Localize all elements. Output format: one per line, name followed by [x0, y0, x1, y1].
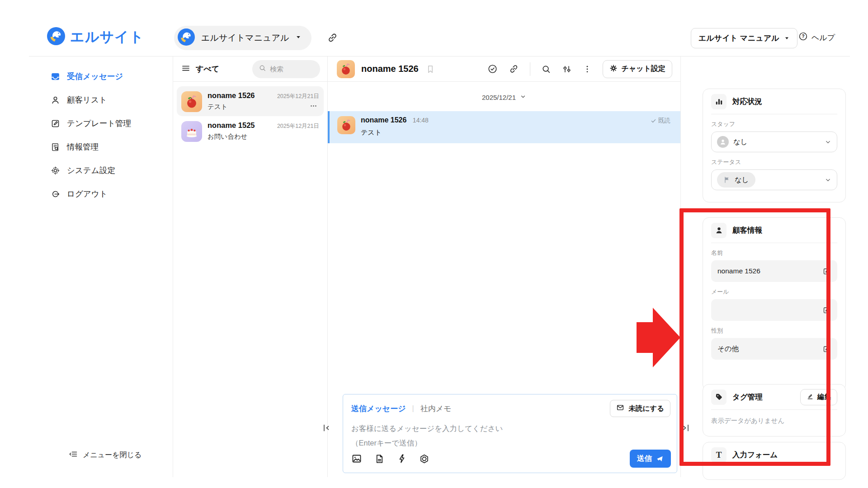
check-icon [651, 118, 656, 124]
send-button[interactable]: 送信 [630, 450, 671, 468]
toolbar-divider [530, 62, 530, 76]
attach-image-icon[interactable] [351, 453, 362, 464]
customer-info-card: 顧客情報 名前 noname 1526 メール 性別 その他 [703, 217, 846, 391]
openai-icon[interactable] [419, 454, 429, 464]
tab-internal-memo[interactable]: 社内メモ [420, 404, 452, 414]
status-value: なし [735, 175, 749, 185]
collapse-right-panel-icon[interactable] [681, 423, 691, 435]
date-divider-label: 2025/12/21 [482, 94, 516, 101]
app-window: エルサイト エルサイトマニュアル エルサイト マニュアル ? ヘルプ 受信 [0, 0, 868, 488]
logout-icon [51, 189, 60, 199]
paper-plane-icon [656, 455, 664, 463]
copy-link-icon[interactable] [327, 32, 338, 45]
detail-panel: 対応状況 スタッフ なし ステータス なし [680, 56, 868, 477]
chat-settings-button[interactable]: チャット設定 [603, 60, 673, 78]
tag-edit-button[interactable]: 編集 [800, 389, 837, 405]
tag-empty-message: 表示データがありません [711, 410, 837, 432]
input-form-title: 入力フォーム [732, 450, 778, 460]
message-text: テスト [361, 128, 429, 137]
close-menu-button[interactable]: メニューを閉じる [69, 450, 142, 460]
attach-file-icon[interactable] [374, 454, 385, 464]
info-docs-icon [51, 142, 60, 152]
search-messages-icon[interactable] [541, 64, 551, 74]
person-icon [711, 223, 726, 238]
composer-input[interactable]: お客様に送るメッセージを入力してください （Enterキーで送信） [343, 417, 677, 450]
status-pill: なし [717, 172, 755, 188]
message-row[interactable]: noname 1526 14:48 テスト 既読 [328, 111, 680, 143]
tab-send-message[interactable]: 送信メッセージ [351, 404, 406, 414]
sidebar-item-label: 情報管理 [67, 141, 99, 152]
item-menu-icon[interactable] [310, 102, 317, 112]
chat-item-date: 2025年12月21日 [277, 93, 319, 100]
handling-status-card: 対応状況 スタッフ なし ステータス なし [703, 89, 846, 202]
mark-unread-label: 未読にする [628, 404, 664, 413]
apple-emoji-avatar [181, 91, 202, 112]
name-value: noname 1526 [717, 267, 760, 275]
app-logo: エルサイト [47, 27, 144, 47]
apple-emoji-avatar [337, 116, 355, 134]
link-icon[interactable] [509, 64, 519, 74]
chat-item-preview: テスト [208, 103, 319, 111]
tag-management-card: タグ管理 編集 表示データがありません [703, 384, 846, 436]
bookmark-icon[interactable] [426, 65, 435, 74]
edit-icon[interactable] [822, 267, 831, 276]
mark-unread-button[interactable]: 未読にする [610, 400, 670, 417]
caret-down-icon [295, 34, 302, 42]
composer-placeholder-line1: お客様に送るメッセージを入力してください [351, 421, 669, 436]
sidebar-item-settings[interactable]: システム設定 [0, 159, 173, 182]
email-field [711, 299, 837, 321]
search-input[interactable] [270, 65, 311, 73]
collapse-left-panel-icon[interactable] [321, 423, 331, 435]
sidebar: 受信メッセージ 顧客リスト テンプレート管理 情報管理 [0, 56, 173, 477]
resolve-check-icon[interactable] [487, 64, 498, 74]
tag-icon [711, 389, 726, 405]
flag-icon [723, 176, 731, 183]
search-input-wrapper[interactable] [252, 60, 320, 78]
edit-icon[interactable] [822, 306, 831, 314]
collapse-menu-icon [69, 450, 78, 460]
sidebar-item-templates[interactable]: テンプレート管理 [0, 112, 173, 135]
gear-filled-icon [609, 64, 618, 74]
cake-emoji-avatar [181, 121, 202, 142]
staff-value: なし [733, 137, 748, 147]
help-button[interactable]: ? ヘルプ [798, 32, 835, 43]
workspace-name: エルサイトマニュアル [201, 32, 289, 44]
tag-management-title: タグ管理 [732, 392, 763, 402]
chat-list-item[interactable]: noname 1526 2025年12月21日 テスト [177, 86, 324, 116]
date-divider[interactable]: 2025/12/21 [328, 94, 680, 101]
filter-label[interactable]: すべて [196, 64, 219, 74]
tag-edit-label: 編集 [817, 393, 831, 401]
brand-bird-icon [47, 27, 65, 47]
filter-sliders-icon[interactable] [562, 64, 572, 74]
sidebar-item-label: 顧客リスト [67, 94, 107, 105]
read-status: 既読 [651, 117, 670, 125]
sidebar-item-label: ログアウト [67, 188, 108, 199]
filter-menu-icon[interactable] [181, 64, 190, 75]
question-circle-icon: ? [798, 32, 808, 43]
name-label: 名前 [711, 249, 837, 257]
apple-emoji-avatar [337, 60, 355, 78]
sidebar-item-inbox[interactable]: 受信メッセージ [0, 65, 173, 88]
sidebar-item-logout[interactable]: ログアウト [0, 182, 173, 206]
input-form-card: T 入力フォーム [703, 442, 846, 480]
bar-chart-icon [711, 94, 726, 109]
sidebar-item-information[interactable]: 情報管理 [0, 135, 173, 159]
template-icon [51, 119, 60, 128]
status-select[interactable]: なし [711, 169, 837, 190]
chat-title: noname 1526 [361, 64, 419, 74]
workspace-avatar [178, 28, 195, 47]
workspace-selector[interactable]: エルサイトマニュアル [174, 26, 311, 50]
chat-list-item[interactable]: noname 1525 2025年12月21日 お問い合わせ [177, 116, 324, 146]
more-options-icon[interactable] [583, 65, 592, 74]
chevron-down-icon [825, 177, 831, 183]
account-menu-button[interactable]: エルサイト マニュアル [691, 28, 797, 48]
customers-icon [51, 95, 60, 105]
edit-icon[interactable] [822, 345, 831, 353]
sidebar-item-customers[interactable]: 顧客リスト [0, 88, 173, 112]
tab-separator: | [412, 404, 414, 413]
close-menu-label: メニューを閉じる [83, 450, 142, 460]
quick-reply-zap-icon[interactable] [397, 454, 407, 464]
gender-field: その他 [711, 338, 837, 360]
staff-select[interactable]: なし [711, 131, 837, 152]
message-composer: 送信メッセージ | 社内メモ 未読にする お客様に送るメッセージを入力してくださ… [343, 394, 677, 473]
